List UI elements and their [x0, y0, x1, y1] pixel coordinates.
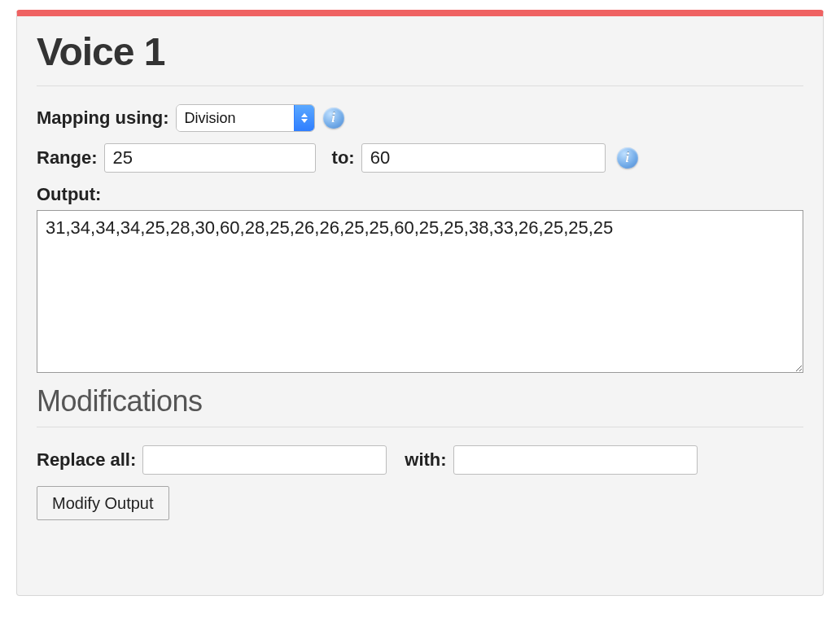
output-textarea[interactable]	[37, 210, 803, 373]
info-icon[interactable]: i	[323, 107, 344, 129]
replace-all-label: Replace all:	[37, 449, 136, 471]
info-icon[interactable]: i	[617, 147, 638, 169]
mapping-label: Mapping using:	[37, 107, 169, 129]
range-row: Range: to: i	[37, 143, 803, 173]
output-label: Output:	[37, 184, 101, 205]
info-glyph: i	[331, 112, 335, 125]
output-label-row: Output:	[37, 184, 803, 205]
range-from-input[interactable]	[104, 143, 316, 173]
mapping-select-value: Division	[177, 105, 294, 131]
range-label: Range:	[37, 147, 98, 169]
replace-with-input[interactable]	[453, 445, 698, 475]
modify-button-row: Modify Output	[37, 486, 803, 520]
title-divider	[37, 85, 803, 86]
mapping-select[interactable]: Division	[176, 104, 315, 132]
info-glyph: i	[625, 151, 628, 164]
replace-row: Replace all: with:	[37, 445, 803, 475]
modifications-divider	[37, 427, 803, 427]
range-to-label: to:	[332, 147, 355, 169]
voice-panel: Voice 1 Mapping using: Division i Range:…	[16, 10, 824, 596]
mapping-row: Mapping using: Division i	[37, 104, 803, 132]
with-label: with:	[405, 449, 446, 471]
modify-output-button[interactable]: Modify Output	[37, 486, 169, 520]
replace-all-input[interactable]	[142, 445, 387, 475]
range-to-input[interactable]	[361, 143, 606, 173]
page-title: Voice 1	[37, 29, 803, 74]
modifications-title: Modifications	[37, 384, 803, 418]
chevron-updown-icon	[294, 105, 314, 131]
